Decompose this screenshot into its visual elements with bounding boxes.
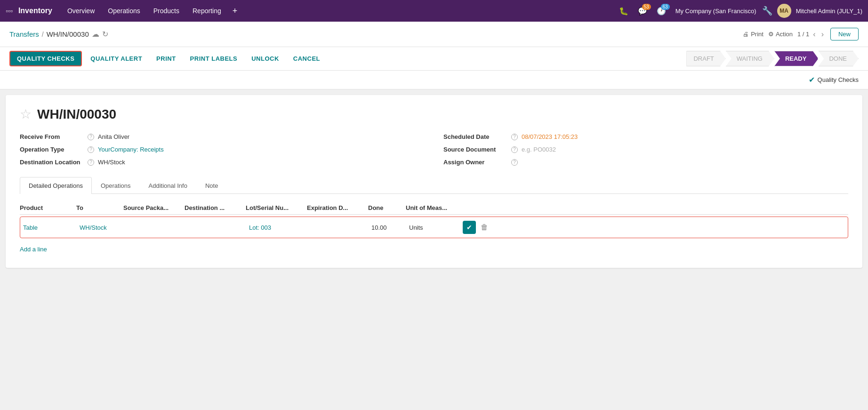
- assign-owner-help[interactable]: ?: [511, 159, 518, 166]
- top-navigation: ▫▫▫ Inventory Overview Operations Produc…: [0, 0, 868, 22]
- destination-location-field: Destination Location ? WH/Stock: [20, 159, 425, 166]
- quality-checks-button[interactable]: QUALITY CHECKS: [9, 51, 82, 66]
- breadcrumb-current: WH/IN/00030: [47, 30, 89, 38]
- app-name: Inventory: [18, 7, 52, 15]
- col-expiration: Expiration D...: [307, 204, 368, 211]
- receive-from-label: Receive From: [20, 133, 86, 140]
- cell-done[interactable]: 10.00: [369, 222, 406, 233]
- nav-operations[interactable]: Operations: [102, 4, 145, 17]
- cell-source-pack[interactable]: [124, 225, 185, 229]
- nav-products[interactable]: Products: [148, 4, 185, 17]
- receive-from-help[interactable]: ?: [88, 134, 94, 140]
- row-delete-button[interactable]: 🗑: [478, 222, 491, 233]
- printer-icon: 🖨: [743, 31, 749, 38]
- clock-icon[interactable]: 🕐 63: [653, 5, 670, 17]
- assign-owner-field: Assign Owner ?: [443, 159, 848, 166]
- col-unit: Unit of Meas...: [406, 204, 462, 211]
- tab-detailed-operations[interactable]: Detailed Operations: [20, 177, 92, 194]
- add-menu-button[interactable]: +: [229, 4, 241, 18]
- status-waiting[interactable]: WAITING: [726, 51, 774, 66]
- company-name: My Company (San Francisco): [675, 8, 756, 15]
- new-button[interactable]: New: [830, 28, 859, 40]
- scheduled-date-field: Scheduled Date ? 08/07/2023 17:05:23: [443, 133, 848, 140]
- tab-note[interactable]: Note: [196, 177, 227, 194]
- breadcrumb-bar: Transfers / WH/IN/00030 ☁ ↻ 🖨 Print ⚙ Ac…: [0, 22, 868, 47]
- row-actions: ✔ 🗑: [463, 221, 491, 234]
- checkmark-icon: ✔: [809, 75, 815, 84]
- destination-location-label: Destination Location: [20, 159, 86, 166]
- form-fields: Receive From ? Anita Oliver Scheduled Da…: [20, 133, 848, 166]
- col-source-pack: Source Packa...: [123, 204, 185, 211]
- gear-icon: ⚙: [768, 31, 774, 38]
- cancel-button[interactable]: CANCEL: [288, 52, 326, 65]
- action-button[interactable]: ⚙ Action: [768, 31, 793, 38]
- nav-overview[interactable]: Overview: [62, 4, 100, 17]
- source-document-field: Source Document ? e.g. PO0032: [443, 146, 848, 153]
- scheduled-date-label: Scheduled Date: [443, 133, 509, 140]
- source-document-placeholder[interactable]: e.g. PO0032: [522, 146, 556, 153]
- message-count-badge: 53: [642, 4, 651, 10]
- quality-check-badge: ✔ Quality Checks: [809, 75, 859, 84]
- cell-unit[interactable]: Units: [406, 222, 463, 233]
- status-draft[interactable]: DRAFT: [686, 51, 725, 66]
- header-right-actions: 🖨 Print ⚙ Action 1 / 1 ‹ › New: [743, 28, 859, 40]
- col-lot-serial: Lot/Serial Nu...: [246, 204, 307, 211]
- next-record-button[interactable]: ›: [820, 29, 826, 40]
- receive-from-value: Anita Oliver: [98, 133, 129, 140]
- tab-bar: Detailed Operations Operations Additiona…: [20, 177, 848, 194]
- col-done: Done: [368, 204, 406, 211]
- breadcrumb-separator: /: [42, 31, 44, 38]
- operation-type-field: Operation Type ? YourCompany: Receipts: [20, 146, 425, 153]
- debug-icon[interactable]: 🐛: [615, 5, 632, 17]
- clock-count-badge: 63: [661, 4, 670, 10]
- destination-location-value: WH/Stock: [98, 159, 125, 166]
- avatar: MA: [777, 4, 791, 18]
- undo-icon[interactable]: ↻: [102, 30, 108, 39]
- scheduled-date-help[interactable]: ?: [511, 134, 518, 140]
- transfer-title: WH/IN/00030: [37, 107, 116, 122]
- status-done[interactable]: DONE: [818, 51, 859, 66]
- col-to: To: [76, 204, 123, 211]
- destination-location-help[interactable]: ?: [88, 159, 94, 166]
- col-dest-pack: Destination ...: [185, 204, 246, 211]
- cell-dest-pack[interactable]: [185, 225, 246, 229]
- operation-type-value[interactable]: YourCompany: Receipts: [98, 146, 164, 153]
- quality-checks-label: Quality Checks: [818, 76, 859, 83]
- action-bar: QUALITY CHECKS QUALITY ALERT PRINT PRINT…: [0, 47, 868, 71]
- col-actions: [462, 204, 490, 211]
- messages-icon[interactable]: 💬 53: [634, 5, 651, 17]
- status-ready[interactable]: READY: [774, 51, 819, 66]
- tab-additional-info[interactable]: Additional Info: [140, 177, 196, 194]
- grid-icon[interactable]: ▫▫▫: [6, 7, 13, 15]
- assign-owner-label: Assign Owner: [443, 159, 509, 166]
- tab-operations[interactable]: Operations: [92, 177, 140, 194]
- quality-alert-button[interactable]: QUALITY ALERT: [85, 52, 148, 65]
- cell-to[interactable]: WH/Stock: [77, 222, 124, 233]
- scheduled-date-value: 08/07/2023 17:05:23: [522, 133, 578, 140]
- print-button[interactable]: 🖨 Print: [743, 31, 764, 38]
- print-labels-button[interactable]: PRINT LABELS: [185, 52, 243, 65]
- source-document-help[interactable]: ?: [511, 146, 518, 153]
- row-check-button[interactable]: ✔: [463, 221, 476, 234]
- breadcrumb-parent[interactable]: Transfers: [9, 30, 39, 38]
- status-bar: DRAFT WAITING READY DONE: [686, 51, 859, 66]
- print-button-action[interactable]: PRINT: [151, 52, 182, 65]
- favorite-star-icon[interactable]: ☆: [20, 106, 32, 122]
- add-line-button[interactable]: Add a line: [20, 242, 47, 257]
- cell-lot-serial[interactable]: Lot: 003: [246, 222, 307, 233]
- nav-reporting[interactable]: Reporting: [187, 4, 227, 17]
- unlock-button[interactable]: UNLOCK: [246, 52, 285, 65]
- breadcrumb: Transfers / WH/IN/00030 ☁ ↻: [9, 30, 108, 39]
- receive-from-field: Receive From ? Anita Oliver: [20, 133, 425, 140]
- main-content: ☆ WH/IN/00030 Receive From ? Anita Olive…: [6, 95, 862, 268]
- source-document-label: Source Document: [443, 146, 509, 153]
- table-row: Table WH/Stock Lot: 003 10.00 Units ✔ 🗑: [20, 217, 848, 238]
- record-counter: 1 / 1 ‹ ›: [797, 29, 826, 40]
- user-name: Mitchell Admin (JULY_1): [796, 8, 862, 15]
- cell-expiration[interactable]: [307, 225, 369, 229]
- save-cloud-icon[interactable]: ☁: [92, 30, 99, 39]
- operation-type-help[interactable]: ?: [88, 146, 94, 153]
- prev-record-button[interactable]: ‹: [811, 29, 817, 40]
- cell-product[interactable]: Table: [20, 222, 77, 233]
- settings-icon[interactable]: 🔧: [762, 6, 772, 16]
